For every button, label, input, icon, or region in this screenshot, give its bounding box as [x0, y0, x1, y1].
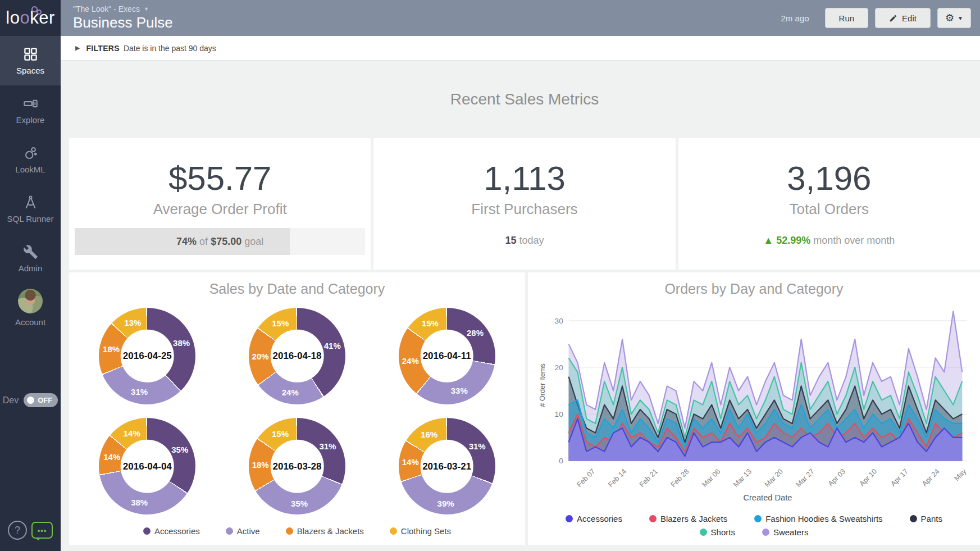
donut-2016-03-21[interactable]: 2016-03-2131%39%14%16%	[399, 418, 495, 514]
lookml-icon	[23, 145, 38, 161]
page-title: Business Pulse	[73, 14, 173, 31]
header-actions: 2m ago Run Edit ⚙ ▼	[781, 8, 971, 28]
donut-2016-04-18[interactable]: 2016-04-1841%24%20%15%	[249, 308, 345, 404]
donut-date-label: 2016-03-28	[273, 461, 322, 472]
chat-icon[interactable]: •••	[31, 522, 53, 539]
breadcrumb[interactable]: "The Look" - Execs ▼	[73, 4, 173, 13]
wrench-icon	[23, 244, 38, 259]
mom-suffix: month over month	[810, 235, 895, 246]
svg-text:10: 10	[555, 410, 564, 418]
svg-text:0: 0	[559, 457, 563, 465]
tile-title: Sales by Date and Category	[69, 281, 525, 297]
donut-percent-label: 15%	[272, 318, 289, 328]
looker-logo[interactable]: looker	[0, 0, 61, 36]
svg-text:Feb 07: Feb 07	[576, 467, 597, 489]
goal-progress-text: 74% of $75.00 goal	[75, 228, 365, 255]
legend-item-sweaters: Sweaters	[762, 527, 809, 537]
svg-text:20: 20	[555, 363, 564, 372]
legend-dot-icon	[566, 515, 573, 522]
legend-label: Active	[237, 526, 260, 536]
metric-card-average-order-profit[interactable]: $55.77 Average Order Profit 74% of $75.0…	[69, 138, 371, 270]
legend-label: Accessories	[154, 526, 200, 536]
up-arrow-icon: ▲	[763, 235, 773, 246]
legend-dot-icon	[649, 515, 657, 522]
donut-percent-label: 28%	[467, 327, 484, 337]
goal-progress-bar: 74% of $75.00 goal	[75, 228, 365, 255]
svg-text:Feb 28: Feb 28	[669, 467, 691, 489]
donut-2016-04-04[interactable]: 2016-04-0435%38%14%14%	[99, 418, 195, 514]
donut-percent-label: 18%	[103, 344, 120, 354]
metric-value: 1,113	[484, 162, 566, 195]
svg-text:30: 30	[555, 317, 564, 325]
metric-card-first-purchasers[interactable]: 1,113 First Purchasers 15 today	[373, 138, 675, 270]
today-count: 15	[505, 235, 516, 246]
text-tile-title: Recent Sales Metrics	[69, 61, 980, 138]
donut-percent-label: 15%	[272, 429, 289, 439]
sidebar-item-explore[interactable]: Explore	[0, 85, 61, 135]
donut-percent-label: 20%	[252, 351, 269, 361]
sidebar-item-lookml[interactable]: LookML	[0, 135, 61, 184]
svg-text:Feb 14: Feb 14	[607, 467, 628, 489]
account-avatar	[18, 289, 43, 313]
filters-bar[interactable]: ▶ FILTERS Date is in the past 90 days	[61, 36, 980, 61]
sidebar-item-account[interactable]: Account	[0, 283, 61, 333]
legend-item-active: Active	[226, 526, 260, 536]
legend-dot-icon	[762, 529, 769, 536]
dev-toggle[interactable]: OFF	[24, 393, 58, 407]
orders-area-chart[interactable]: 0102030Feb 07Feb 14Feb 21Feb 28Mar 06Mar…	[528, 297, 980, 513]
filters-label: FILTERS	[86, 44, 119, 53]
donut-percent-label: 24%	[402, 356, 419, 365]
donut-percent-label: 14%	[103, 452, 120, 462]
metric-card-total-orders[interactable]: 3,196 Total Orders ▲ 52.99% month over m…	[678, 138, 980, 270]
svg-text:Apr 17: Apr 17	[890, 467, 910, 488]
legend-dot-icon	[226, 527, 233, 535]
chat-dots-icon: •••	[38, 526, 47, 535]
legend-dot-icon	[390, 527, 397, 535]
bottom-tiles-row: Sales by Date and Category 2016-04-2538%…	[69, 272, 980, 545]
settings-menu-button[interactable]: ⚙ ▼	[937, 8, 971, 28]
donut-percent-label: 24%	[282, 387, 299, 397]
sidebar-item-admin[interactable]: Admin	[0, 234, 61, 283]
goal-suffix: goal	[241, 236, 263, 248]
donut-percent-label: 38%	[131, 498, 148, 507]
help-icon[interactable]: ?	[8, 521, 27, 540]
legend-dot-icon	[286, 527, 293, 535]
donut-2016-04-11[interactable]: 2016-04-1128%33%24%15%	[399, 308, 495, 404]
run-button[interactable]: Run	[825, 8, 869, 28]
donut-2016-03-28[interactable]: 2016-03-2831%35%18%15%	[249, 418, 345, 514]
legend-label: Fashion Hoodies & Sweatshirts	[765, 514, 882, 523]
caret-down-icon: ▼	[958, 15, 963, 21]
metric-value: 3,196	[787, 162, 871, 195]
edit-button[interactable]: Edit	[875, 8, 931, 28]
pencil-icon	[889, 14, 897, 22]
dashboard-header: "The Look" - Execs ▼ Business Pulse 2m a…	[61, 0, 980, 36]
legend-item-fashion-hoodies-sweatshirts: Fashion Hoodies & Sweatshirts	[754, 514, 882, 523]
donut-percent-label: 38%	[173, 338, 190, 347]
donut-percent-label: 31%	[469, 441, 486, 450]
sidebar-item-label: SQL Runner	[7, 214, 54, 224]
edit-button-label: Edit	[902, 13, 917, 23]
svg-text:Mar 27: Mar 27	[795, 467, 816, 489]
dev-toggle-state: OFF	[38, 396, 52, 404]
logo-text: lo	[6, 8, 20, 28]
donut-date-label: 2016-03-21	[422, 461, 471, 472]
donut-date-label: 2016-04-04	[123, 461, 172, 472]
dev-label: Dev	[3, 395, 19, 406]
svg-text:Mar 20: Mar 20	[763, 467, 785, 489]
sidebar-item-label: LookML	[15, 165, 45, 174]
donut-cell: 2016-04-0435%38%14%14%	[75, 413, 219, 519]
toggle-knob-icon	[27, 397, 34, 404]
sidebar-footer: ? •••	[0, 521, 61, 551]
donut-percent-label: 31%	[319, 441, 336, 451]
donut-date-label: 2016-04-18	[273, 350, 322, 362]
donut-2016-04-25[interactable]: 2016-04-2538%31%18%13%	[99, 308, 195, 404]
sidebar-item-sql-runner[interactable]: SQL Runner	[0, 184, 61, 234]
donut-hole: 2016-03-21	[420, 440, 473, 493]
donut-cell: 2016-04-1128%33%24%15%	[375, 303, 519, 409]
tile-title: Orders by Day and Category	[528, 281, 980, 297]
run-button-label: Run	[839, 13, 855, 23]
sidebar-item-spaces[interactable]: Spaces	[0, 36, 61, 85]
legend-item-accessories: Accessories	[143, 526, 200, 536]
donut-percent-label: 14%	[402, 457, 419, 467]
sidebar-item-label: Account	[15, 317, 45, 327]
